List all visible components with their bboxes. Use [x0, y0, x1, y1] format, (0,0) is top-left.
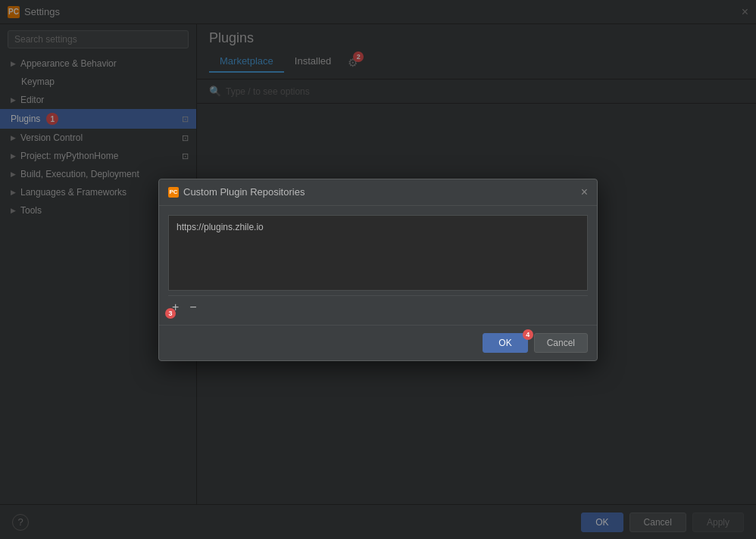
- custom-plugin-repositories-dialog: PC Custom Plugin Repositories × https://…: [158, 179, 598, 361]
- dialog-close-button[interactable]: ×: [581, 185, 588, 199]
- dialog-title-bar: PC Custom Plugin Repositories ×: [159, 179, 597, 206]
- dialog-overlay: PC Custom Plugin Repositories × https://…: [0, 0, 756, 539]
- dialog-cancel-button[interactable]: Cancel: [534, 333, 588, 353]
- dialog-toolbar: + 3 −: [168, 295, 588, 319]
- dialog-title-left: PC Custom Plugin Repositories: [168, 186, 305, 198]
- step3-badge: 3: [165, 308, 176, 319]
- dialog-footer: OK 4 Cancel: [159, 325, 597, 360]
- remove-repository-button[interactable]: −: [186, 299, 200, 316]
- dialog-app-icon: PC: [168, 187, 179, 198]
- minus-icon: −: [189, 301, 196, 314]
- step4-badge: 4: [523, 329, 533, 340]
- dialog-title: Custom Plugin Repositories: [183, 186, 305, 198]
- add-repository-button[interactable]: + 3: [168, 299, 183, 316]
- dialog-body: https://plugins.zhile.io + 3 −: [159, 206, 597, 325]
- repository-list: https://plugins.zhile.io: [168, 215, 588, 291]
- repo-list-item[interactable]: https://plugins.zhile.io: [173, 220, 583, 234]
- dialog-ok-button[interactable]: OK 4: [483, 333, 527, 353]
